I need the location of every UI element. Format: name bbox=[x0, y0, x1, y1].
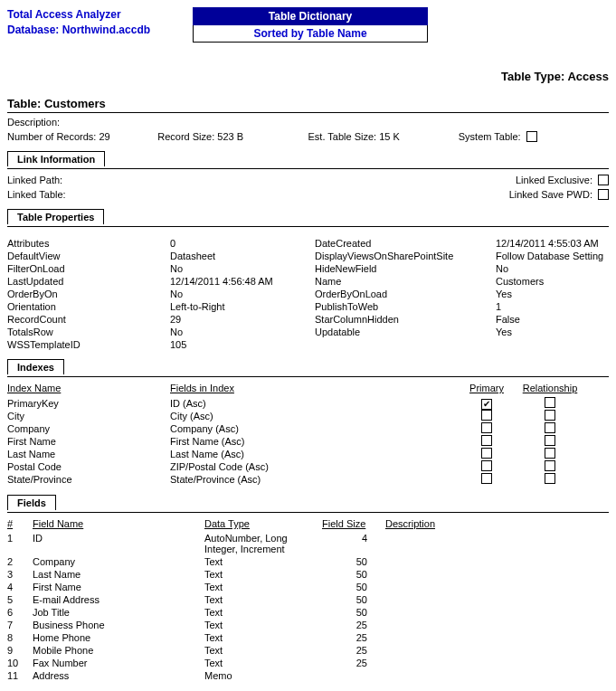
prop-val: Customers bbox=[496, 276, 616, 287]
linked-save-pwd: Linked Save PWD: bbox=[509, 189, 609, 200]
prop-key: DisplayViewsOnSharePointSite bbox=[315, 251, 496, 261]
index-name: First Name bbox=[7, 436, 170, 447]
fields-header: # Field Name Data Type Field Size Descri… bbox=[7, 518, 609, 529]
divider bbox=[7, 512, 609, 513]
field-size: 50 bbox=[322, 582, 385, 592]
field-row: 7Business PhoneText25 bbox=[7, 620, 609, 630]
index-primary-cell bbox=[460, 435, 514, 448]
index-name: Last Name bbox=[7, 449, 170, 459]
field-size: 25 bbox=[322, 658, 385, 668]
index-name: City bbox=[7, 411, 170, 421]
col-description: Description bbox=[385, 518, 566, 529]
field-type: Text bbox=[204, 607, 322, 618]
field-type: Text bbox=[204, 582, 322, 592]
field-type: Text bbox=[204, 569, 322, 580]
index-row: First NameFirst Name (Asc) bbox=[7, 435, 609, 448]
field-num: 7 bbox=[7, 620, 33, 630]
field-num: 4 bbox=[7, 582, 33, 592]
header-box-title: Table Dictionary bbox=[193, 7, 428, 25]
field-size: 50 bbox=[322, 556, 385, 567]
primary-checkbox bbox=[481, 448, 492, 459]
index-rel-cell bbox=[514, 448, 586, 460]
prop-val: Yes bbox=[496, 327, 616, 337]
primary-checkbox bbox=[481, 422, 492, 433]
prop-key: WSSTemplateID bbox=[7, 339, 170, 350]
table-type: Table Type: Access bbox=[501, 70, 609, 110]
field-size: 50 bbox=[322, 594, 385, 605]
prop-val: No bbox=[496, 263, 616, 274]
divider bbox=[7, 168, 609, 169]
relationship-checkbox bbox=[545, 422, 555, 433]
index-primary-cell bbox=[460, 410, 514, 422]
field-name: Company bbox=[33, 556, 204, 567]
description-label: Description: bbox=[7, 117, 609, 128]
index-row: CompanyCompany (Asc) bbox=[7, 422, 609, 435]
field-num: 1 bbox=[7, 533, 33, 544]
header-box-subtitle: Sorted by Table Name bbox=[193, 25, 428, 43]
database-line: Database: Northwind.accdb bbox=[7, 23, 150, 38]
header-left: Total Access Analyzer Database: Northwin… bbox=[7, 7, 150, 38]
linked-exclusive-checkbox bbox=[598, 175, 609, 185]
field-name: Home Phone bbox=[33, 632, 204, 643]
prop-val: 105 bbox=[170, 339, 315, 350]
field-type: Text bbox=[204, 620, 322, 630]
field-name: Business Phone bbox=[33, 620, 204, 630]
indexes-body: PrimaryKeyID (Asc)CityCity (Asc)CompanyC… bbox=[7, 397, 609, 486]
index-name: Postal Code bbox=[7, 461, 170, 472]
prop-key: Orientation bbox=[7, 301, 170, 312]
prop-key: RecordCount bbox=[7, 314, 170, 325]
prop-val: No bbox=[170, 327, 315, 337]
index-row: Postal CodeZIP/Postal Code (Asc) bbox=[7, 460, 609, 473]
field-row: 9Mobile PhoneText25 bbox=[7, 645, 609, 656]
field-row: 2CompanyText50 bbox=[7, 556, 609, 567]
prop-key: DefaultView bbox=[7, 251, 170, 261]
prop-val: Yes bbox=[496, 289, 616, 299]
relationship-checkbox bbox=[545, 473, 555, 484]
prop-key: LastUpdated bbox=[7, 276, 170, 287]
prop-val: Follow Database Setting bbox=[496, 251, 616, 261]
index-row: State/ProvinceState/Province (Asc) bbox=[7, 473, 609, 486]
col-index-name: Index Name bbox=[7, 383, 170, 393]
relationship-checkbox bbox=[545, 460, 555, 471]
divider bbox=[7, 226, 609, 227]
index-rel-cell bbox=[514, 397, 586, 410]
primary-checkbox bbox=[481, 473, 492, 484]
prop-val: Datasheet bbox=[170, 251, 315, 261]
indexes-header: Index Name Fields in Index Primary Relat… bbox=[7, 383, 609, 393]
prop-key: StarColumnHidden bbox=[315, 314, 496, 325]
section-tab-link: Link Information bbox=[7, 151, 105, 166]
field-row: 5E-mail AddressText50 bbox=[7, 594, 609, 605]
stats-row: Number of Records: 29 Record Size: 523 B… bbox=[7, 131, 609, 142]
field-type: Memo bbox=[204, 670, 322, 681]
index-primary-cell bbox=[460, 398, 514, 410]
field-type: Text bbox=[204, 658, 322, 668]
col-field-size: Field Size bbox=[322, 518, 385, 529]
num-records: Number of Records: 29 bbox=[7, 131, 157, 142]
field-row: 8Home PhoneText25 bbox=[7, 632, 609, 643]
field-type: Text bbox=[204, 594, 322, 605]
index-rel-cell bbox=[514, 422, 586, 435]
prop-key: FilterOnLoad bbox=[7, 263, 170, 274]
relationship-checkbox bbox=[545, 410, 555, 421]
field-num: 11 bbox=[7, 670, 33, 681]
prop-val: 12/14/2011 4:55:03 AM bbox=[496, 238, 616, 249]
index-fields: Last Name (Asc) bbox=[170, 449, 460, 459]
system-table-checkbox bbox=[526, 131, 537, 142]
field-size: 25 bbox=[322, 620, 385, 630]
field-type: AutoNumber, Long Integer, Increment bbox=[204, 533, 322, 554]
index-fields: City (Asc) bbox=[170, 411, 460, 421]
primary-checkbox bbox=[481, 435, 492, 446]
field-name: Fax Number bbox=[33, 658, 204, 668]
prop-val: No bbox=[170, 289, 315, 299]
index-primary-cell bbox=[460, 460, 514, 473]
divider bbox=[7, 376, 609, 377]
prop-key: Updatable bbox=[315, 327, 496, 337]
field-num: 8 bbox=[7, 632, 33, 643]
prop-val bbox=[496, 339, 616, 350]
relationship-checkbox bbox=[545, 448, 555, 459]
index-row: CityCity (Asc) bbox=[7, 410, 609, 422]
field-num: 10 bbox=[7, 658, 33, 668]
index-name: State/Province bbox=[7, 474, 170, 485]
prop-key: OrderByOn bbox=[7, 289, 170, 299]
col-primary: Primary bbox=[460, 383, 514, 393]
